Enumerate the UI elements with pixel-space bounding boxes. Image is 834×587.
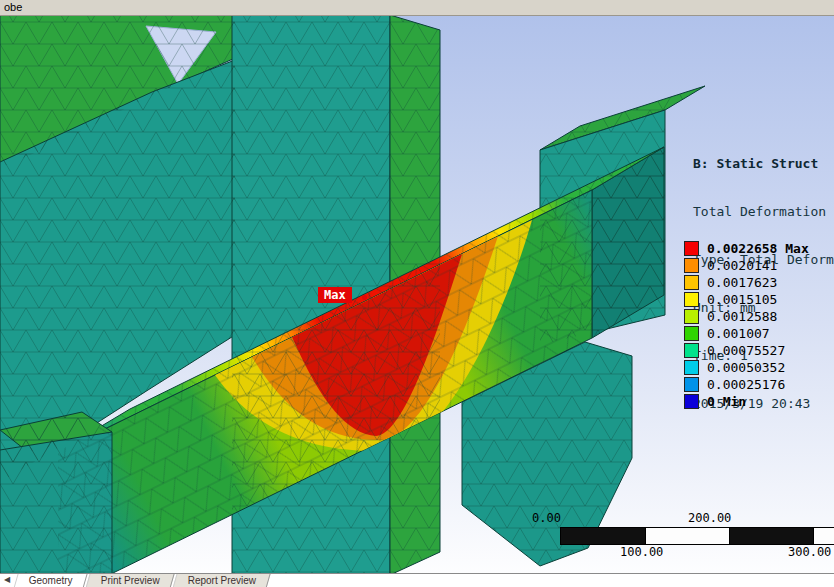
legend-swatch	[684, 275, 699, 290]
legend-swatch	[684, 394, 699, 409]
view-tab-bar: ◀ Geometry Print Preview Report Preview	[0, 573, 834, 587]
legend-row: 0.0020141	[684, 257, 809, 273]
application-window: obe Max B: Static Struct Total Deformati…	[0, 0, 834, 587]
max-probe-label[interactable]: Max	[318, 287, 352, 303]
ruler-bar	[560, 527, 834, 545]
tab-print-preview-label: Print Preview	[101, 575, 160, 586]
window-title-text: obe	[4, 1, 22, 13]
legend-row: 0.00075527	[684, 342, 809, 358]
ruler-label-300: 300.00	[788, 545, 831, 559]
legend-swatch	[684, 343, 699, 358]
legend-value: 0.00025176	[707, 377, 785, 392]
legend-row: 0.00050352	[684, 359, 809, 375]
scale-ruler: 0.00 200.00 100.00 300.00	[528, 511, 834, 561]
analysis-title: B: Static Struct	[693, 156, 834, 172]
legend-value: 0.0012588	[707, 309, 777, 324]
legend-swatch	[684, 377, 699, 392]
tab-geometry-label: Geometry	[29, 575, 73, 586]
legend-value: 0.0020141	[707, 258, 777, 273]
legend-swatch	[684, 309, 699, 324]
legend-value: 0 Min	[707, 394, 746, 409]
tab-print-preview[interactable]: Print Preview	[84, 574, 174, 587]
legend-swatch	[684, 360, 699, 375]
legend-row: 0.0012588	[684, 308, 809, 324]
tab-report-preview-label: Report Preview	[188, 575, 256, 586]
legend-value: 0.001007	[707, 326, 770, 341]
legend-value: 0.0015105	[707, 292, 777, 307]
tab-report-preview[interactable]: Report Preview	[171, 574, 271, 587]
legend-value: 0.00075527	[707, 343, 785, 358]
tab-geometry[interactable]: Geometry	[13, 574, 88, 587]
legend-row: 0.0015105	[684, 291, 809, 307]
legend-value: 0.00050352	[707, 360, 785, 375]
result-name: Total Deformation	[693, 204, 834, 220]
legend-swatch	[684, 326, 699, 341]
contour-legend: 0.0022658 Max 0.0020141 0.0017623 0.0015…	[684, 240, 809, 410]
ruler-label-0: 0.00	[532, 511, 561, 525]
legend-row: 0.001007	[684, 325, 809, 341]
legend-swatch	[684, 258, 699, 273]
ruler-segment-white	[813, 528, 834, 544]
legend-row: 0.0022658 Max	[684, 240, 809, 256]
tab-scroll-left-icon[interactable]: ◀	[0, 574, 15, 584]
legend-swatch	[684, 241, 699, 256]
ruler-segment-black	[729, 528, 813, 544]
window-title-bar[interactable]: obe	[0, 0, 834, 16]
ruler-label-200: 200.00	[688, 511, 731, 525]
ruler-label-100: 100.00	[620, 545, 663, 559]
ruler-segment-white	[645, 528, 729, 544]
legend-row: 0.0017623	[684, 274, 809, 290]
legend-row: 0.00025176	[684, 376, 809, 392]
legend-row: 0 Min	[684, 393, 809, 409]
legend-value: 0.0022658 Max	[707, 241, 809, 256]
ruler-segment-black	[561, 528, 645, 544]
legend-swatch	[684, 292, 699, 307]
max-probe-dot	[362, 295, 367, 300]
legend-value: 0.0017623	[707, 275, 777, 290]
